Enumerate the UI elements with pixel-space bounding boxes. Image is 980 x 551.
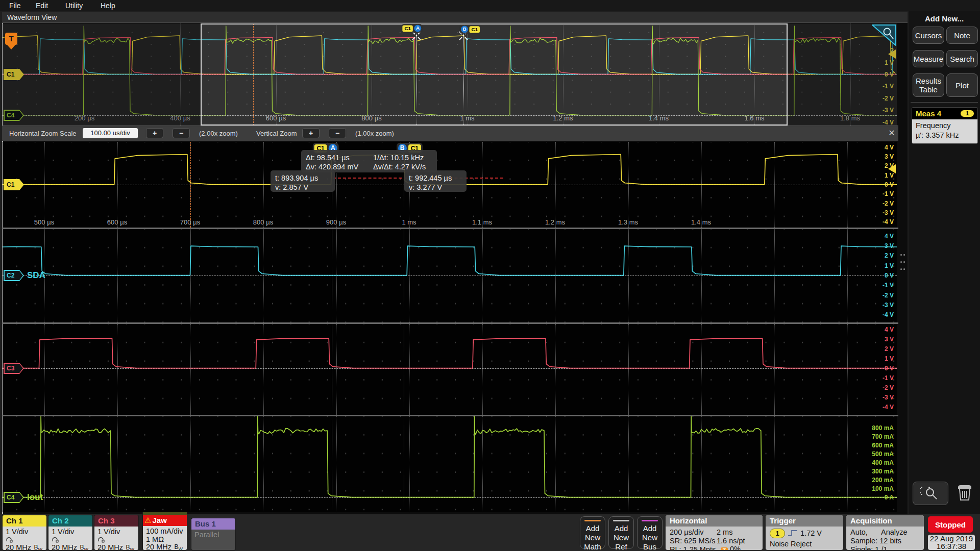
- cursor-a-overview-line[interactable]: [416, 34, 417, 124]
- meas4-title: Meas 4: [916, 109, 941, 118]
- graticule-c3[interactable]: 4 V3 V2 V1 V0 V-1 V-2 V-3 V-4 VC3: [3, 324, 897, 415]
- trigger-level-value: 1.72 V: [800, 529, 822, 537]
- menu-utility[interactable]: Utility: [65, 2, 83, 10]
- vertical-zoom-increase-button[interactable]: +: [302, 128, 320, 138]
- menu-bar: FileEditUtilityHelp: [0, 0, 980, 11]
- delta-t-value: Δt: 98.541 µs: [306, 154, 373, 162]
- horizontal-panel[interactable]: Horizontal 200 µs/div 2 ms SR: 625 MS/s …: [666, 515, 763, 550]
- delete-trash-icon[interactable]: [955, 483, 976, 503]
- axis-label: 0 V: [885, 272, 894, 279]
- ch4-warning-banner: ⚠Jaw Open: [143, 515, 187, 526]
- trigger-panel[interactable]: Trigger 1 1.72 V Noise Reject: [766, 515, 843, 550]
- axis-label: 1 V: [885, 355, 894, 362]
- time-label: 900 µs: [326, 218, 346, 226]
- meas4-count-badge: 1: [961, 110, 974, 117]
- delta-v-delta-t-value: Δv/Δt: 4.27 kV/s: [373, 163, 426, 171]
- datetime-display: 22 Aug 2019 16:37:38: [928, 535, 975, 550]
- cursor-b-overview-badge[interactable]: BC1: [460, 25, 481, 34]
- add-note-button[interactable]: Note: [946, 27, 978, 44]
- channel-badge-ch2[interactable]: Ch 2 1 V/div 20 MHzBW: [48, 515, 92, 550]
- graticule-c4[interactable]: 800 mA700 mA600 mA500 mA400 mA300 mA200 …: [3, 416, 897, 512]
- waveform-view-tab[interactable]: Waveform View: [2, 12, 908, 23]
- cursor-a-readout[interactable]: t: 893.904 µs v: 2.857 V: [271, 170, 335, 192]
- probe-icon: [97, 536, 105, 543]
- add-search-button[interactable]: Search: [946, 50, 978, 67]
- zoom-decrease-button[interactable]: −: [173, 128, 190, 138]
- add-new-bus-button[interactable]: AddNewBus: [637, 516, 663, 549]
- close-zoom-icon[interactable]: ✕: [886, 128, 897, 139]
- graticule-c2[interactable]: 4 V3 V2 V1 V0 V-1 V-2 V-3 V-4 VC2SDA: [3, 229, 897, 322]
- axis-label: 4 V: [885, 233, 894, 240]
- axis-label: -4 V: [883, 311, 894, 318]
- axis-label: -2 V: [883, 384, 894, 391]
- ch4-scale: 100 mA/div: [146, 528, 184, 536]
- channel-badge-ch3[interactable]: Ch 3 1 V/div 20 MHzBW: [94, 515, 138, 550]
- cursor-a-line-extension[interactable]: [332, 158, 332, 512]
- trigger-position-marker[interactable]: T: [5, 33, 17, 45]
- acquisition-sample-bits: Sample: 12 bits: [850, 537, 901, 545]
- cursor-a-time: t: 893.904 µs: [275, 174, 318, 182]
- warning-icon: ⚠: [144, 516, 151, 524]
- horizontal-zoom-scale-value[interactable]: 100.00 us/div: [83, 128, 138, 138]
- bandwidth-limit-icon: BW: [80, 544, 88, 550]
- delta-v-value: Δv: 420.894 mV: [306, 163, 373, 171]
- add-cursors-button[interactable]: Cursors: [913, 27, 944, 44]
- zoom-select-button[interactable]: [913, 482, 948, 505]
- add-measure-button[interactable]: Measure: [913, 50, 944, 67]
- cursor-a-overview-badge[interactable]: C1A: [401, 24, 423, 33]
- sample-resolution: 1.6 ns/pt: [717, 537, 745, 545]
- channel-badge-ch1[interactable]: Ch 1 1 V/div 20 MHzBW: [3, 515, 46, 550]
- zoom-overview-icon[interactable]: [872, 24, 896, 46]
- bus-badge-bus1[interactable]: Bus 1 Parallel: [191, 518, 235, 550]
- axis-label: 4 V: [885, 326, 894, 333]
- cursor-chip-b: B: [461, 26, 468, 33]
- axis-label: -3 V: [883, 209, 894, 216]
- meas4-kind: Frequency: [916, 121, 974, 131]
- add-new-ref-button[interactable]: AddNewRef: [608, 516, 634, 549]
- cursor-delta-readout[interactable]: Δt: 98.541 µs 1/Δt: 10.15 kHz Δv: 420.89…: [301, 150, 437, 172]
- cursor-b-line-extension[interactable]: [404, 154, 404, 512]
- cursor-b-overview-line[interactable]: [463, 34, 464, 124]
- menu-file[interactable]: File: [9, 2, 21, 10]
- ch2-label: Ch 2: [48, 515, 92, 527]
- axis-label: 700 mA: [872, 433, 894, 440]
- zoom-window-box[interactable]: [201, 23, 788, 126]
- axis-label: 2 V: [885, 252, 894, 259]
- trigger-level-arrow[interactable]: [888, 164, 896, 173]
- bandwidth-limit-icon: BW: [174, 543, 183, 550]
- waveform-label-sda: SDA: [27, 270, 45, 281]
- vertical-zoom-decrease-button[interactable]: −: [329, 128, 346, 138]
- meas4-value: µ': 3.357 kHz: [916, 131, 974, 140]
- channel-color-bar: [584, 520, 601, 521]
- axis-label: 1 V: [885, 262, 894, 269]
- ch3-label: Ch 3: [94, 515, 138, 527]
- cursor-b-readout[interactable]: t: 992.445 µs v: 3.277 V: [404, 170, 467, 192]
- add-new-heading: Add New...: [909, 14, 980, 23]
- measurement-badge-meas4[interactable]: Meas 4 1 Frequency µ': 3.357 kHz: [912, 107, 978, 144]
- zoom-increase-button[interactable]: +: [146, 128, 163, 138]
- axis-label: -4 V: [883, 404, 894, 411]
- ch3-bandwidth: 20 MHz: [97, 543, 123, 550]
- record-length: RL: 1.25 Mpts: [670, 545, 716, 550]
- menu-help[interactable]: Help: [101, 2, 115, 10]
- acquisition-mode: Auto,: [850, 528, 868, 536]
- axis-label: 100 mA: [872, 485, 894, 492]
- ch1-label: Ch 1: [3, 515, 46, 527]
- zoom-select-icon: [913, 482, 947, 504]
- bandwidth-limit-icon: BW: [126, 544, 134, 550]
- menu-edit[interactable]: Edit: [36, 2, 48, 10]
- cursor-a-voltage: v: 2.857 V: [275, 183, 308, 191]
- splitter-drag-handle[interactable]: [900, 251, 905, 272]
- cursor-b-voltage: v: 3.277 V: [409, 183, 442, 191]
- add-plot-button[interactable]: Plot: [946, 73, 978, 97]
- add-new-math-button[interactable]: AddNewMath: [580, 516, 605, 549]
- horizontal-zoom-scale-label: Horizontal Zoom Scale: [9, 130, 77, 137]
- bus1-mode: Parallel: [194, 531, 232, 539]
- acquisition-panel[interactable]: Acquisition Auto, Analyze Sample: 12 bit…: [846, 515, 924, 550]
- run-stop-status-button[interactable]: Stopped: [928, 516, 973, 533]
- channel-color-bar: [642, 520, 658, 521]
- horizontal-panel-title: Horizontal: [666, 515, 763, 527]
- add-results-table-button[interactable]: Results Table: [913, 73, 944, 97]
- zoom-scale-bar: Horizontal Zoom Scale 100.00 us/div + − …: [2, 126, 898, 141]
- waveform-view-title: Waveform View: [7, 13, 57, 21]
